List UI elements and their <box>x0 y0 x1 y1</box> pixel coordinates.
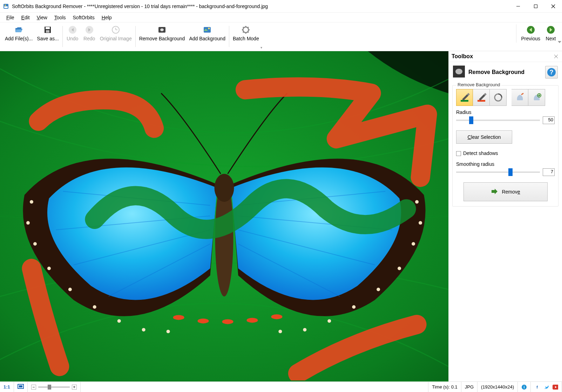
save-icon <box>43 25 52 34</box>
smoothing-label: Smoothing radius <box>456 161 555 167</box>
mask-tool-b[interactable] <box>528 89 545 106</box>
canvas-content <box>0 51 448 380</box>
help-button[interactable]: ? <box>545 66 558 79</box>
svg-point-39 <box>30 200 33 204</box>
svg-point-60 <box>246 318 258 323</box>
add-files-button[interactable]: Add File(s)... <box>3 25 35 42</box>
svg-rect-71 <box>478 100 485 102</box>
previous-button[interactable]: Previous <box>519 25 542 42</box>
main-area: Toolbox Remove Background ? Remove Backg… <box>0 51 562 381</box>
svg-point-50 <box>412 242 415 246</box>
info-icon: i <box>521 384 527 390</box>
foreground-marker-tool[interactable] <box>456 89 473 106</box>
redo-button[interactable]: Redo <box>81 25 98 42</box>
zoom-in-button[interactable]: + <box>72 385 77 390</box>
svg-point-55 <box>303 328 306 331</box>
svg-point-42 <box>47 267 51 270</box>
background-marker-tool[interactable] <box>473 89 490 106</box>
remove-background-button[interactable]: Remove Background <box>137 25 187 42</box>
detect-shadows-checkbox[interactable]: Detect shadows <box>456 150 498 156</box>
next-button[interactable]: Next <box>542 25 559 42</box>
menu-file[interactable]: File <box>4 14 17 21</box>
svg-text:i: i <box>523 385 524 389</box>
svg-point-51 <box>398 267 401 270</box>
svg-line-25 <box>248 32 249 33</box>
svg-line-26 <box>248 27 249 28</box>
image-canvas[interactable] <box>0 51 448 381</box>
facebook-icon[interactable]: f <box>534 384 540 390</box>
svg-text:?: ? <box>550 69 554 76</box>
toolbox-header: Toolbox <box>449 51 562 62</box>
svg-point-56 <box>278 330 282 333</box>
title-bar: SoftOrbits Background Remover - ****Unre… <box>0 0 562 13</box>
dropdown-indicator-icon[interactable]: ▾ <box>260 46 262 49</box>
batch-mode-button[interactable]: Batch Mode <box>231 25 261 42</box>
eraser-icon <box>493 93 503 102</box>
arrow-right-icon <box>490 188 498 196</box>
fit-screen-button[interactable] <box>14 382 28 392</box>
svg-rect-8 <box>46 27 50 29</box>
next-label: Next <box>546 36 556 42</box>
eraser-tool[interactable] <box>490 89 507 106</box>
redo-icon <box>85 25 94 34</box>
clock-icon <box>111 25 120 34</box>
svg-point-45 <box>117 319 121 323</box>
svg-point-43 <box>68 288 72 291</box>
zoom-ratio-button[interactable]: 1:1 <box>0 382 14 392</box>
menu-help[interactable]: Help <box>99 14 115 21</box>
close-button[interactable] <box>544 0 562 13</box>
arrow-left-circle-icon <box>526 25 535 34</box>
minimize-button[interactable] <box>509 0 527 13</box>
add-bg-icon <box>203 25 212 34</box>
menu-softorbits[interactable]: SoftOrbits <box>70 14 97 21</box>
save-as-button[interactable]: Save as... <box>35 25 61 42</box>
menu-edit[interactable]: Edit <box>19 14 33 21</box>
menu-view[interactable]: View <box>34 14 50 21</box>
add-files-label: Add File(s)... <box>5 36 33 42</box>
svg-point-61 <box>271 314 282 319</box>
status-dimensions: (1920x1440x24) <box>478 382 518 392</box>
undo-label: Undo <box>67 36 78 42</box>
smoothing-slider[interactable] <box>456 171 540 173</box>
mask-tool-a[interactable] <box>512 89 528 106</box>
svg-rect-70 <box>461 100 468 102</box>
original-label: Original Image <box>100 36 132 42</box>
zoom-out-button[interactable]: − <box>31 385 36 390</box>
add-bg-label: Add Background <box>189 36 225 42</box>
toolbar-separator <box>62 26 63 47</box>
zoom-slider[interactable] <box>38 386 70 388</box>
shape-a-icon <box>515 93 525 102</box>
smoothing-value[interactable]: 7 <box>543 168 555 176</box>
red-pencil-icon <box>476 92 487 103</box>
add-background-button[interactable]: Add Background <box>187 25 228 42</box>
original-image-button[interactable]: Original Image <box>98 25 134 42</box>
toolbar-nav-group: Previous Next <box>516 25 559 42</box>
svg-rect-9 <box>46 30 49 33</box>
gear-icon <box>241 25 250 34</box>
toolbox-heading: Remove Background <box>468 69 524 75</box>
svg-point-67 <box>455 69 462 74</box>
svg-point-53 <box>352 305 356 309</box>
toolbar-separator <box>229 26 229 47</box>
window-title: SoftOrbits Background Remover - ****Unre… <box>12 4 509 9</box>
radius-slider-row: 50 <box>456 116 555 124</box>
help-icon: ? <box>547 67 556 77</box>
radius-label: Radius <box>456 109 555 115</box>
menu-tools[interactable]: Tools <box>52 14 69 21</box>
twitter-icon[interactable] <box>543 384 549 390</box>
maximize-button[interactable] <box>527 0 544 13</box>
menu-bar: File Edit View Tools SoftOrbits Help <box>0 13 562 22</box>
radius-value[interactable]: 50 <box>543 116 555 124</box>
toolbox-close-button[interactable] <box>553 53 559 60</box>
youtube-icon[interactable] <box>553 384 558 390</box>
group-legend: Remove Background <box>456 82 501 87</box>
svg-point-40 <box>26 221 30 225</box>
fit-screen-icon <box>18 384 24 390</box>
clear-selection-button[interactable]: Clear Selection <box>456 130 512 144</box>
radius-slider[interactable] <box>456 120 540 121</box>
zoom-slider-cell: − + <box>28 382 81 392</box>
info-button[interactable]: i <box>518 382 531 392</box>
remove-button[interactable]: Remove <box>463 182 548 201</box>
undo-button[interactable]: Undo <box>64 25 81 42</box>
svg-point-16 <box>160 28 164 31</box>
